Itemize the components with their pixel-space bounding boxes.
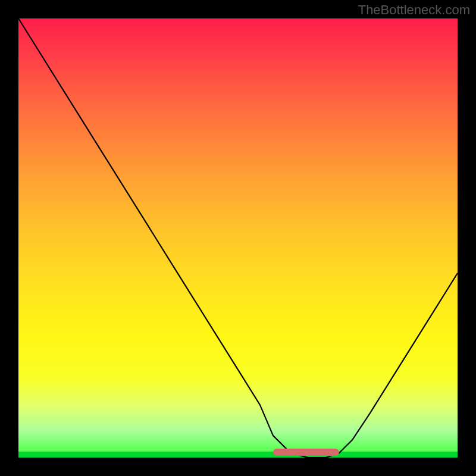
optimal-zone-marker — [273, 449, 339, 456]
bottleneck-curve — [18, 18, 458, 458]
chart-plot-area — [18, 18, 458, 458]
watermark-text: TheBottleneck.com — [358, 2, 470, 18]
